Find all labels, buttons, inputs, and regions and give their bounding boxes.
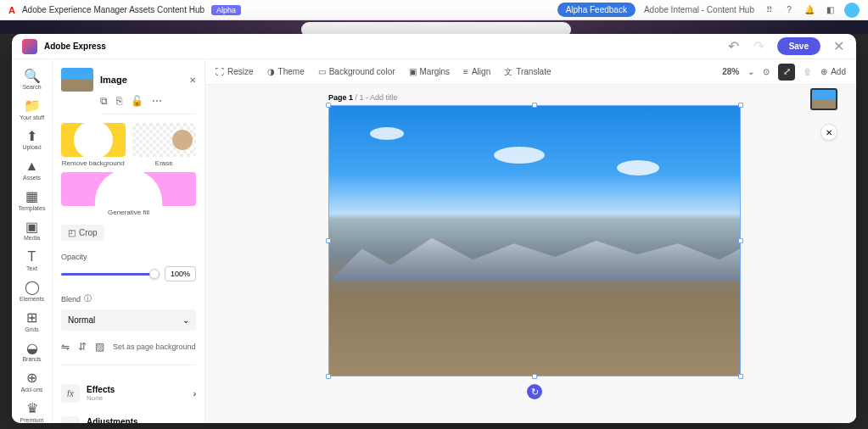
- background-icon[interactable]: ▨: [95, 341, 104, 353]
- align-icon: ≡: [463, 67, 468, 76]
- resize-handle[interactable]: [326, 238, 331, 243]
- page-indicator[interactable]: Page 1 / 1 - Add title: [328, 93, 398, 102]
- resize-button[interactable]: ⛶Resize: [216, 66, 254, 78]
- alpha-feedback-button[interactable]: Alpha Feedback: [557, 3, 636, 17]
- properties-panel: Image ✕ ⧉ ⎘ 🔓 ⋯ Remove background Erase: [53, 59, 205, 423]
- close-icon[interactable]: ✕: [831, 39, 846, 54]
- upload-icon: ⬆: [25, 129, 39, 142]
- elements-icon: ◯: [25, 281, 39, 294]
- lock-icon[interactable]: 🔓: [131, 95, 143, 107]
- zoom-level[interactable]: 28%: [722, 67, 739, 76]
- align-button[interactable]: ≡Align: [463, 66, 490, 78]
- page-thumbnail[interactable]: [810, 88, 837, 110]
- selection-type: Image: [100, 75, 182, 85]
- chevron-down-icon[interactable]: ⌄: [748, 67, 754, 76]
- opacity-slider[interactable]: [61, 273, 160, 276]
- rail-premium[interactable]: ♛Premium member: [12, 398, 52, 423]
- help-icon[interactable]: ?: [783, 4, 795, 16]
- crop-icon: ◰: [68, 228, 76, 237]
- undo-icon[interactable]: ↶: [726, 39, 742, 54]
- search-icon: 🔍: [25, 69, 39, 82]
- resize-handle[interactable]: [532, 103, 537, 108]
- fit-icon[interactable]: ⤢: [778, 64, 795, 81]
- crop-button[interactable]: ◰ Crop: [61, 225, 104, 241]
- opacity-value[interactable]: 100%: [165, 266, 196, 281]
- theme-button[interactable]: ◑Theme: [267, 66, 305, 78]
- express-logo-icon: [22, 39, 37, 54]
- canvas-toolbar: ⛶Resize ◑Theme ▭Background color ▣Margin…: [205, 59, 856, 85]
- theme-icon: ◑: [267, 67, 275, 76]
- rail-media[interactable]: ▣Media: [12, 215, 52, 246]
- close-pages-icon[interactable]: ✕: [820, 124, 837, 141]
- alpha-badge: Alpha: [211, 5, 241, 15]
- bgcolor-button[interactable]: ▭Background color: [318, 66, 395, 78]
- erase-action[interactable]: Erase: [132, 123, 197, 167]
- translate-button[interactable]: 文Translate: [504, 66, 551, 78]
- rail-addons[interactable]: ⊕Add-ons: [12, 367, 52, 398]
- resize-handle[interactable]: [738, 238, 743, 243]
- effects-row[interactable]: fx Effects None ›: [61, 377, 196, 410]
- redo-icon[interactable]: ↷: [752, 39, 767, 54]
- rail-templates[interactable]: ▦Templates: [12, 186, 52, 216]
- bell-icon[interactable]: 🔔: [804, 4, 815, 16]
- resize-handle[interactable]: [738, 374, 743, 379]
- close-panel-icon[interactable]: ✕: [189, 75, 196, 85]
- rail-assets[interactable]: ▲Assets: [12, 155, 52, 186]
- rail-elements[interactable]: ◯Elements: [12, 276, 52, 307]
- rail-grids[interactable]: ⊞Grids: [12, 307, 52, 337]
- topics-icon[interactable]: ◧: [824, 4, 836, 16]
- selected-image[interactable]: [329, 106, 740, 376]
- brands-icon: ◒: [25, 341, 39, 354]
- info-icon[interactable]: ⓘ: [84, 293, 92, 304]
- opacity-label: Opacity: [61, 253, 196, 261]
- margins-icon: ▣: [409, 67, 417, 76]
- modal-header: Adobe Express ↶ ↷ Save ✕: [12, 34, 856, 59]
- resize-handle[interactable]: [326, 103, 331, 108]
- erase-thumb: [132, 123, 197, 157]
- avatar[interactable]: [844, 3, 860, 18]
- save-button[interactable]: Save: [777, 37, 820, 55]
- resize-icon: ⛶: [216, 67, 224, 76]
- left-rail: 🔍Search 📁Your stuff ⬆Upload ▲Assets ▦Tem…: [12, 59, 53, 423]
- org-label: Adobe Internal - Content Hub: [644, 5, 754, 14]
- resize-handle[interactable]: [326, 374, 331, 379]
- resize-handle[interactable]: [738, 103, 743, 108]
- add-button[interactable]: ⊕Add: [820, 67, 846, 76]
- chevron-down-icon: ⌄: [182, 315, 189, 325]
- rotate-handle[interactable]: ↻: [527, 384, 542, 399]
- remove-background-action[interactable]: Remove background: [61, 123, 126, 167]
- generative-fill-thumb: [61, 172, 196, 206]
- assets-icon: ▲: [25, 159, 39, 173]
- adjustments-row[interactable]: ☀ Adjustments None ›: [61, 410, 196, 423]
- chevron-right-icon: ›: [193, 421, 196, 424]
- flip-h-icon[interactable]: ⇋: [61, 341, 70, 353]
- canvas-area: ⛶Resize ◑Theme ▭Background color ▣Margin…: [205, 59, 856, 423]
- aem-title: Adobe Experience Manager Assets Content …: [22, 5, 204, 14]
- set-background-button[interactable]: Set as page background: [113, 343, 196, 351]
- selection-thumbnail: [61, 68, 93, 92]
- blend-mode-select[interactable]: Normal ⌄: [61, 309, 196, 331]
- rail-brands[interactable]: ◒Brands: [12, 337, 52, 367]
- folder-icon: 📁: [25, 99, 39, 113]
- rail-your-stuff[interactable]: 📁Your stuff: [12, 95, 52, 125]
- apps-icon[interactable]: ⠿: [763, 4, 775, 16]
- rail-text[interactable]: TText: [12, 246, 52, 276]
- rail-search[interactable]: 🔍Search: [12, 64, 52, 95]
- view-icon[interactable]: ⊙: [763, 67, 770, 76]
- express-modal: Adobe Express ↶ ↷ Save ✕ 🔍Search 📁Your s…: [12, 34, 856, 423]
- delete-icon[interactable]: 🗑: [804, 67, 812, 76]
- blend-label: Blendⓘ: [61, 293, 196, 304]
- ungroup-icon[interactable]: ⧉: [100, 95, 108, 107]
- margins-button[interactable]: ▣Margins: [409, 66, 451, 78]
- express-title: Adobe Express: [44, 42, 106, 51]
- resize-handle[interactable]: [532, 374, 537, 379]
- artboard[interactable]: ↻: [328, 105, 741, 376]
- flip-v-icon[interactable]: ⇵: [78, 341, 87, 353]
- more-icon[interactable]: ⋯: [152, 95, 162, 107]
- slider-thumb[interactable]: [149, 269, 160, 279]
- duplicate-icon[interactable]: ⎘: [116, 95, 122, 107]
- canvas-stage[interactable]: Page 1 / 1 - Add title: [205, 85, 856, 423]
- rail-upload[interactable]: ⬆Upload: [12, 125, 52, 155]
- plus-icon: ⊕: [820, 67, 827, 76]
- generative-fill-action[interactable]: Generative fill: [61, 172, 196, 216]
